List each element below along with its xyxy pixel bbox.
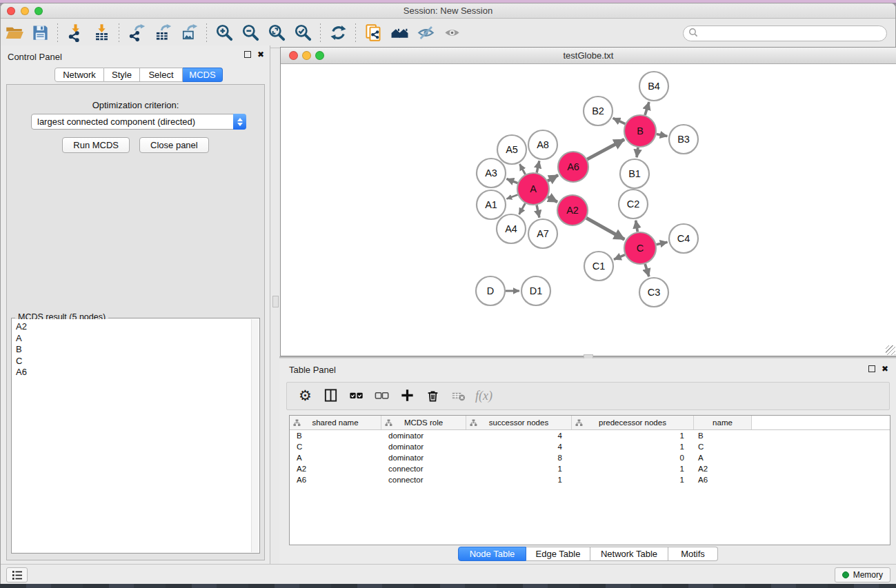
split-panel-button[interactable]	[318, 385, 344, 408]
node-B1[interactable]: B1	[620, 159, 649, 188]
cell[interactable]: connector	[381, 465, 466, 473]
edge-A6-B[interactable]	[587, 139, 624, 159]
table-panel-float-icon[interactable]	[868, 365, 875, 372]
cell[interactable]: A6	[694, 476, 752, 484]
import-network-button[interactable]	[62, 21, 88, 46]
deselect-all-button[interactable]	[369, 385, 395, 408]
cell[interactable]: C	[694, 443, 752, 451]
node-C2[interactable]: C2	[619, 190, 648, 219]
node-C1[interactable]: C1	[584, 252, 613, 281]
task-history-button[interactable]	[6, 567, 28, 582]
settings-button[interactable]: ⚙	[292, 385, 318, 408]
tab-mcds[interactable]: MCDS	[183, 68, 223, 82]
zoom-out-button[interactable]	[237, 21, 263, 46]
table-row[interactable]: Cdominator41C	[290, 441, 890, 452]
open-file-button[interactable]	[1, 21, 27, 46]
control-panel-close-icon[interactable]: ✖	[257, 50, 264, 59]
table-row[interactable]: Adominator80A	[290, 452, 890, 463]
node-B4[interactable]: B4	[639, 72, 668, 101]
edge-A-A6[interactable]	[548, 175, 558, 181]
cell[interactable]: 4	[466, 443, 572, 451]
column-header-shared-name[interactable]: shared name	[290, 416, 381, 429]
node-A3[interactable]: A3	[477, 159, 506, 187]
mcds-result-list[interactable]: A2ABCA6	[12, 319, 251, 552]
column-header-MCDS-role[interactable]: MCDS role	[381, 416, 466, 429]
window-titlebar[interactable]: Session: New Session	[1, 3, 895, 19]
cell[interactable]: 1	[572, 443, 694, 451]
table-row[interactable]: A2connector11A2	[290, 463, 890, 474]
mcds-result-scrollbar[interactable]	[251, 319, 259, 552]
node-D[interactable]: D	[476, 276, 505, 305]
column-header-successor-nodes[interactable]: successor nodes	[466, 416, 572, 429]
optimization-criterion-dropdown[interactable]: largest connected component (directed)	[31, 114, 246, 130]
node-A[interactable]: A	[517, 173, 549, 205]
tab-edge-table[interactable]: Edge Table	[526, 547, 590, 561]
eye-crossed-button[interactable]	[412, 21, 439, 46]
node-B2[interactable]: B2	[584, 97, 613, 125]
cell[interactable]: connector	[381, 476, 466, 484]
node-A7[interactable]: A7	[528, 219, 557, 248]
cell[interactable]: 1	[466, 476, 572, 484]
table-panel-close-icon[interactable]: ✖	[882, 365, 888, 373]
edge-A-A4[interactable]	[519, 203, 526, 214]
mcds-result-item[interactable]: B	[12, 344, 251, 356]
node-A2[interactable]: A2	[557, 195, 588, 225]
cell[interactable]: dominator	[381, 432, 466, 440]
tab-style[interactable]: Style	[104, 68, 140, 82]
cell[interactable]: dominator	[381, 443, 466, 451]
node-A4[interactable]: A4	[497, 214, 526, 243]
mcds-result-item[interactable]: C	[12, 356, 251, 367]
control-panel-float-icon[interactable]	[244, 51, 251, 58]
cell[interactable]: 1	[572, 465, 694, 473]
cell[interactable]: 8	[466, 454, 572, 462]
cell[interactable]: 4	[466, 432, 572, 440]
node-C4[interactable]: C4	[669, 224, 698, 253]
edge-A-A7[interactable]	[537, 205, 539, 217]
tab-select[interactable]: Select	[140, 68, 183, 82]
document-network-button[interactable]	[360, 21, 386, 46]
cell[interactable]: 1	[572, 476, 694, 484]
export-table-button[interactable]	[150, 21, 176, 46]
mcds-result-item[interactable]: A	[12, 333, 251, 345]
export-image-button[interactable]	[176, 21, 202, 46]
node-D1[interactable]: D1	[521, 276, 550, 305]
mcds-result-item[interactable]: A2	[12, 321, 251, 333]
node-A1[interactable]: A1	[477, 190, 506, 219]
node-A8[interactable]: A8	[528, 130, 557, 159]
tab-motifs[interactable]: Motifs	[668, 547, 718, 561]
save-session-button[interactable]	[27, 21, 53, 46]
table-row[interactable]: A6connector11A6	[290, 474, 890, 485]
network-graph[interactable]: AA1A2A3A4A5A6A7A8BB1B2B3B4CC1C2C3C4DD1	[281, 64, 896, 356]
cell[interactable]: A6	[290, 476, 381, 484]
cell[interactable]: A2	[694, 465, 752, 473]
close-panel-button[interactable]: Close panel	[139, 137, 209, 153]
cell[interactable]: 1	[466, 465, 572, 473]
table-row[interactable]: Bdominator41B	[290, 430, 890, 441]
edge-A2-C[interactable]	[586, 218, 624, 239]
column-header-predecessor-nodes[interactable]: predecessor nodes	[572, 416, 694, 429]
column-header-name[interactable]: name	[694, 416, 752, 429]
edge-A-A1[interactable]	[506, 194, 517, 199]
mcds-result-item[interactable]: A6	[12, 367, 251, 378]
edge-C-C4[interactable]	[656, 242, 667, 245]
search-field[interactable]	[683, 26, 887, 41]
edge-B-B3[interactable]	[657, 134, 668, 136]
cell[interactable]: B	[694, 432, 752, 440]
edge-A-A3[interactable]	[506, 179, 517, 183]
edge-B-B4[interactable]	[645, 102, 649, 115]
edge-C-C2[interactable]	[636, 221, 638, 232]
edge-B-B2[interactable]	[613, 118, 626, 123]
cell[interactable]: A	[290, 454, 381, 462]
network-view-titlebar[interactable]: testGlobe.txt	[281, 48, 896, 64]
cell[interactable]: A	[694, 454, 752, 462]
apply-layout-button[interactable]	[325, 21, 351, 46]
edge-C-C3[interactable]	[645, 264, 649, 276]
edge-A-A5[interactable]	[519, 164, 525, 174]
cell[interactable]: 1	[572, 432, 694, 440]
delete-column-button[interactable]	[420, 385, 446, 408]
node-B[interactable]: B	[624, 115, 656, 147]
cell[interactable]: A2	[290, 465, 381, 473]
network-resize-handle[interactable]	[886, 345, 895, 355]
cell[interactable]: B	[290, 432, 381, 440]
edge-C-C1[interactable]	[614, 255, 625, 260]
